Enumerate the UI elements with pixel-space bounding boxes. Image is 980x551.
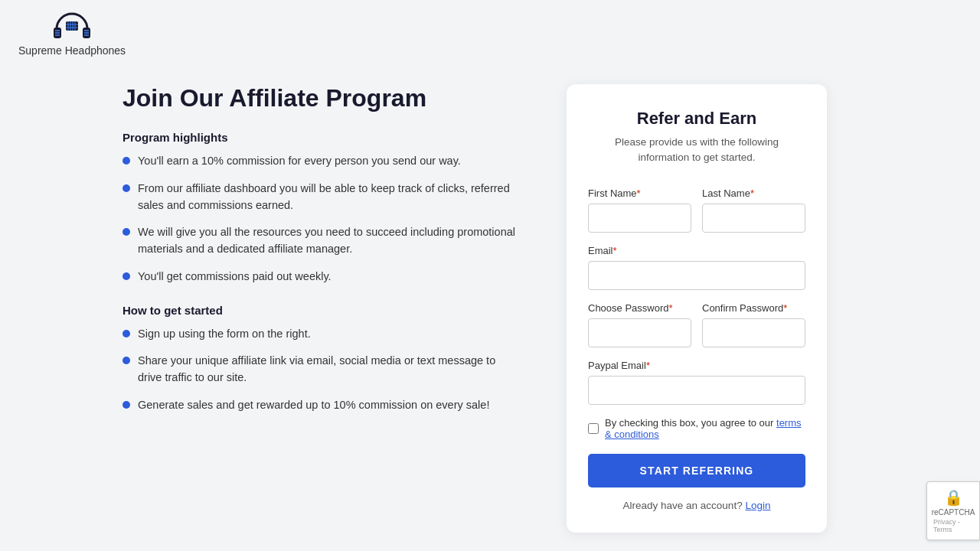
list-item: Generate sales and get rewarded up to 10… — [122, 397, 521, 414]
required-star: * — [669, 302, 673, 314]
how-list: Sign up using the form on the right. Sha… — [122, 326, 521, 414]
name-row: First Name* Last Name* — [588, 187, 805, 233]
confirm-password-label: Confirm Password* — [702, 302, 805, 314]
header: Supreme Headphones — [0, 0, 980, 69]
password-label: Choose Password* — [588, 302, 691, 314]
bullet-dot — [122, 228, 130, 236]
bullet-dot — [122, 330, 130, 337]
how-text: Sign up using the form on the right. — [138, 326, 311, 343]
last-name-label: Last Name* — [702, 187, 805, 199]
first-name-label: First Name* — [588, 187, 691, 199]
password-row: Choose Password* Confirm Password* — [588, 302, 805, 347]
last-name-group: Last Name* — [702, 187, 805, 233]
confirm-password-input[interactable] — [702, 318, 805, 347]
how-text: Share your unique affiliate link via ema… — [138, 353, 521, 386]
email-input[interactable] — [588, 261, 805, 290]
form-subtitle: Please provide us with the following inf… — [588, 135, 805, 166]
recaptcha-icon: 🔒 — [944, 488, 963, 507]
page-title: Join Our Affiliate Program — [122, 84, 521, 112]
paypal-email-input[interactable] — [588, 376, 805, 405]
logo[interactable]: Supreme Headphones — [18, 12, 126, 57]
how-text: Generate sales and get rewarded up to 10… — [138, 397, 489, 414]
bullet-dot — [122, 401, 130, 409]
form-title: Refer and Earn — [588, 109, 805, 129]
paypal-email-group: Paypal Email* — [588, 360, 805, 405]
highlight-text: We will give you all the resources you n… — [138, 224, 521, 258]
highlight-text: You'll earn a 10% commission for every p… — [138, 153, 461, 170]
main-content: Join Our Affiliate Program Program highl… — [0, 69, 980, 551]
list-item: Sign up using the form on the right. — [122, 326, 521, 343]
highlight-text: From our affiliate dashboard you will be… — [138, 181, 521, 214]
first-name-group: First Name* — [588, 187, 691, 233]
login-link[interactable]: Login — [745, 500, 770, 511]
required-star: * — [750, 187, 754, 199]
list-item: You'll get commissions paid out weekly. — [122, 269, 521, 285]
submit-button[interactable]: START REFERRING — [588, 454, 805, 487]
login-prompt: Already have an account? Login — [588, 500, 805, 511]
list-item: Share your unique affiliate link via ema… — [122, 353, 521, 386]
required-star: * — [613, 245, 617, 256]
email-label: Email* — [588, 245, 805, 256]
recaptcha-label: reCAPTCHA — [932, 508, 975, 517]
password-group: Choose Password* — [588, 302, 691, 347]
highlights-list: You'll earn a 10% commission for every p… — [122, 153, 521, 285]
highlights-heading: Program highlights — [122, 131, 521, 144]
required-star: * — [637, 187, 641, 199]
left-panel: Join Our Affiliate Program Program highl… — [122, 84, 521, 432]
list-item: You'll earn a 10% commission for every p… — [122, 153, 521, 170]
headphones-icon — [51, 12, 93, 43]
confirm-password-group: Confirm Password* — [702, 302, 805, 347]
password-input[interactable] — [588, 318, 691, 347]
bullet-dot — [122, 272, 130, 280]
how-heading: How to get started — [122, 304, 521, 317]
bullet-dot — [122, 357, 130, 364]
terms-checkbox[interactable] — [588, 423, 599, 434]
svg-rect-8 — [66, 21, 78, 31]
terms-checkbox-row: By checking this box, you agree to our t… — [588, 417, 805, 440]
recaptcha-badge: 🔒 reCAPTCHA Privacy - Terms — [926, 481, 980, 540]
signup-form-card: Refer and Earn Please provide us with th… — [567, 84, 827, 533]
checkbox-label: By checking this box, you agree to our t… — [605, 417, 805, 440]
list-item: From our affiliate dashboard you will be… — [122, 181, 521, 214]
brand-name: Supreme Headphones — [18, 44, 126, 57]
bullet-dot — [122, 184, 130, 192]
highlight-text: You'll get commissions paid out weekly. — [138, 269, 332, 285]
last-name-input[interactable] — [702, 204, 805, 233]
list-item: We will give you all the resources you n… — [122, 224, 521, 258]
recaptcha-sub: Privacy - Terms — [933, 518, 973, 533]
paypal-email-label: Paypal Email* — [588, 360, 805, 371]
first-name-input[interactable] — [588, 204, 691, 233]
bullet-dot — [122, 157, 130, 165]
email-group: Email* — [588, 245, 805, 290]
required-star: * — [783, 302, 787, 314]
required-star: * — [646, 360, 650, 371]
